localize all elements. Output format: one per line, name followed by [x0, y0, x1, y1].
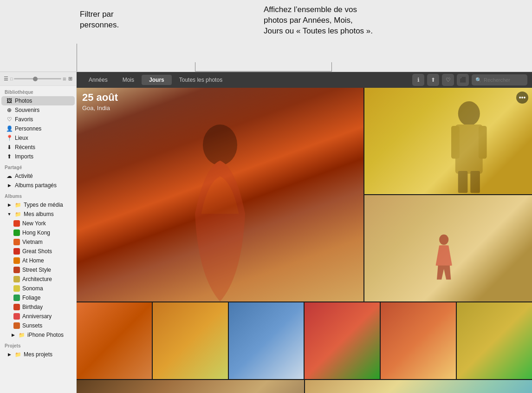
annotation-area: Filtrer par personnes. Affichez l’ensemb…	[0, 0, 532, 72]
sidebar-item-photos[interactable]: 🖼 Photos	[1, 96, 75, 105]
section-albums: Albums	[0, 190, 76, 200]
hong-kong-dot	[13, 229, 20, 236]
sidebar-item-lieux[interactable]: 📍 Lieux	[1, 133, 75, 143]
sidebar-toggle-btn[interactable]: ☰	[4, 76, 8, 82]
sidebar-item-albums-partages-label: Albums partagés	[15, 182, 57, 189]
sidebar-item-at-home[interactable]: At Home	[1, 256, 75, 265]
slider-thumb[interactable]	[33, 77, 38, 81]
bracket-line-h	[195, 71, 332, 72]
tab-jours[interactable]: Jours	[142, 75, 172, 85]
tab-bar: Années Mois Jours Toutes les photos ℹ ⬆ …	[77, 72, 532, 88]
sidebar-item-activite-label: Activité	[15, 173, 33, 179]
slider-track[interactable]	[14, 78, 61, 79]
foliage-dot	[13, 295, 20, 301]
photo-right-top[interactable]: •••	[364, 88, 532, 194]
sidebar-item-architecture[interactable]: Architecture	[1, 275, 75, 284]
date-header: 25 août Goa, India	[82, 92, 118, 111]
sidebar-item-mes-albums[interactable]: ▼ 📁 Mes albums	[1, 210, 75, 219]
vietnam-dot	[13, 239, 20, 245]
grid-layout: 25 août Goa, India	[77, 88, 532, 393]
sidebar-item-favoris[interactable]: ♡ Favoris	[1, 115, 75, 124]
sidebar-toolbar: ☰ □ ⊞ ⊞	[0, 72, 76, 86]
at-home-dot	[13, 257, 20, 264]
photo-row2-2[interactable]	[153, 302, 228, 379]
sidebar-item-hong-kong-label: Hong Kong	[22, 229, 50, 236]
sidebar-item-souvenirs[interactable]: ⊕ Souvenirs	[1, 105, 75, 115]
search-input[interactable]	[484, 77, 526, 83]
photo-grid: 25 août Goa, India	[77, 88, 532, 393]
more-dots-icon: •••	[519, 94, 526, 101]
svg-rect-5	[458, 171, 468, 193]
souvenirs-icon: ⊕	[6, 107, 13, 113]
street-style-dot	[13, 267, 20, 273]
personnes-icon: 👤	[6, 125, 13, 132]
great-shots-dot	[13, 248, 20, 255]
sidebar-item-albums-partages[interactable]: ▶ Albums partagés	[1, 181, 75, 190]
tab-toutes[interactable]: Toutes les photos	[172, 75, 230, 85]
sidebar-item-birthday[interactable]: Birthday	[1, 302, 75, 312]
sidebar-item-souvenirs-label: Souvenirs	[15, 107, 39, 113]
info-button[interactable]: ℹ	[412, 74, 424, 86]
sidebar-item-mes-projets[interactable]: ▶ 📁 Mes projets	[1, 350, 75, 359]
svg-rect-4	[479, 126, 487, 159]
man-silhouette	[423, 98, 515, 194]
photo-right-bottom[interactable]	[364, 195, 532, 301]
more-button-photo[interactable]: •••	[516, 92, 528, 104]
grid-view-icon[interactable]: ⊞	[68, 76, 72, 82]
photo-row3-1[interactable]	[77, 380, 304, 393]
sidebar-item-new-york[interactable]: New York	[1, 219, 75, 228]
svg-point-1	[458, 101, 480, 126]
sidebar-item-great-shots[interactable]: Great Shots	[1, 247, 75, 256]
mes-projets-folder-icon: 📁	[15, 351, 21, 358]
more-button-top[interactable]: ⬛	[457, 74, 469, 86]
photo-row2-6[interactable]	[457, 302, 532, 379]
photo-row2-3[interactable]	[229, 302, 304, 379]
section-projets: Projets	[0, 340, 76, 350]
birthday-dot	[13, 304, 20, 310]
sidebar-item-anniversary[interactable]: Anniversary	[1, 312, 75, 321]
sidebar-item-street-style[interactable]: Street Style	[1, 265, 75, 275]
search-box[interactable]: 🔍	[472, 74, 527, 85]
sidebar-item-types-media-label: Types de média	[24, 202, 63, 208]
photo-row2-4[interactable]	[305, 302, 380, 379]
photo-main[interactable]: 25 août Goa, India	[77, 88, 363, 301]
tab-mois[interactable]: Mois	[115, 75, 142, 85]
sidebar-item-imports-label: Imports	[15, 153, 33, 160]
sidebar-item-architecture-label: Architecture	[22, 276, 52, 282]
annotation-right: Affichez l’ensemble de vos photos par An…	[264, 5, 373, 37]
share-icon: ⬆	[431, 77, 435, 83]
sidebar-item-personnes-label: Personnes	[15, 125, 41, 132]
sidebar-item-iphone-photos[interactable]: ▶ 📁 iPhone Photos	[1, 330, 75, 340]
location-text: Goa, India	[82, 105, 118, 111]
sidebar-item-sunsets-label: Sunsets	[22, 322, 42, 329]
sidebar-item-sonoma[interactable]: Sonoma	[1, 284, 75, 293]
photo-row3-2[interactable]	[305, 380, 532, 393]
mes-albums-expand-icon: ▼	[6, 211, 13, 217]
sidebar-item-foliage[interactable]: Foliage	[1, 293, 75, 302]
sidebar-item-hong-kong[interactable]: Hong Kong	[1, 228, 75, 237]
sidebar-item-personnes[interactable]: 👤 Personnes	[1, 124, 75, 133]
more-icon: ⬛	[460, 77, 467, 83]
slider-max-icon: ⊞	[63, 77, 66, 81]
sidebar-item-types-media[interactable]: ▶ 📁 Types de média	[1, 200, 75, 210]
sidebar-item-iphone-photos-label: iPhone Photos	[27, 332, 64, 338]
sidebar-item-recents[interactable]: ⬇ Récents	[1, 143, 75, 152]
sidebar-item-favoris-label: Favoris	[15, 116, 33, 123]
svg-rect-3	[451, 126, 460, 159]
iphone-photos-expand-icon: ▶	[10, 332, 16, 338]
tab-annees[interactable]: Années	[81, 75, 115, 85]
sonoma-dot	[13, 285, 20, 292]
lieux-icon: 📍	[6, 135, 13, 141]
sidebar-item-imports[interactable]: ⬆ Imports	[1, 152, 75, 161]
share-button[interactable]: ⬆	[427, 74, 439, 86]
photo-row2-5[interactable]	[381, 302, 456, 379]
sidebar-item-vietnam[interactable]: Vietnam	[1, 237, 75, 247]
new-york-dot	[13, 220, 20, 227]
bracket-line-left	[195, 62, 195, 72]
photo-row2-1[interactable]	[77, 302, 152, 379]
sidebar: ☰ □ ⊞ ⊞ Bibliothèque 🖼 Photos ⊕ Souvenir…	[0, 72, 77, 393]
sidebar-item-mes-projets-label: Mes projets	[24, 351, 52, 358]
heart-button[interactable]: ♡	[442, 74, 454, 86]
sidebar-item-activite[interactable]: ☁ Activité	[1, 171, 75, 181]
sidebar-item-sunsets[interactable]: Sunsets	[1, 321, 75, 330]
